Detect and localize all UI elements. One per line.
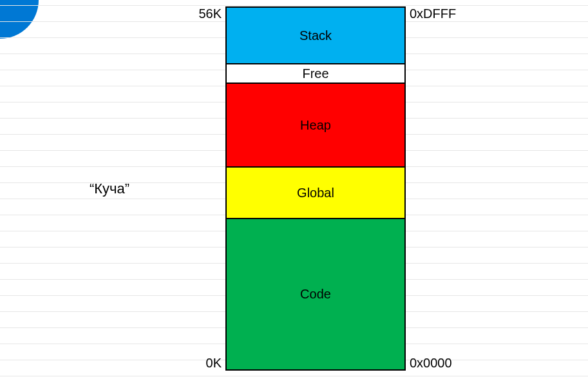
segment-heap-label: Heap xyxy=(300,118,331,133)
segment-stack-label: Stack xyxy=(299,28,332,43)
right-address-labels: 0xDFFF 0x0000 xyxy=(406,6,502,371)
label-bottom-address: 0x0000 xyxy=(410,356,452,371)
segment-free-label: Free xyxy=(302,66,328,81)
segment-global-label: Global xyxy=(297,186,334,200)
segment-heap: Heap xyxy=(225,84,406,168)
heap-caption: “Куча” xyxy=(90,180,129,197)
label-top-size: 56K xyxy=(198,6,222,21)
memory-column: Stack Free Heap Global Code xyxy=(225,6,406,371)
segment-code: Code xyxy=(225,219,406,371)
label-top-address: 0xDFFF xyxy=(410,6,456,21)
label-bottom-size: 0K xyxy=(206,356,222,371)
left-scale-labels: 56K 0K xyxy=(161,6,225,371)
segment-free: Free xyxy=(225,64,406,84)
segment-stack: Stack xyxy=(225,6,406,64)
segment-code-label: Code xyxy=(300,287,331,302)
memory-layout-diagram: “Куча” 56K 0K Stack Free Heap Global Cod… xyxy=(0,6,588,371)
segment-global: Global xyxy=(225,168,406,219)
